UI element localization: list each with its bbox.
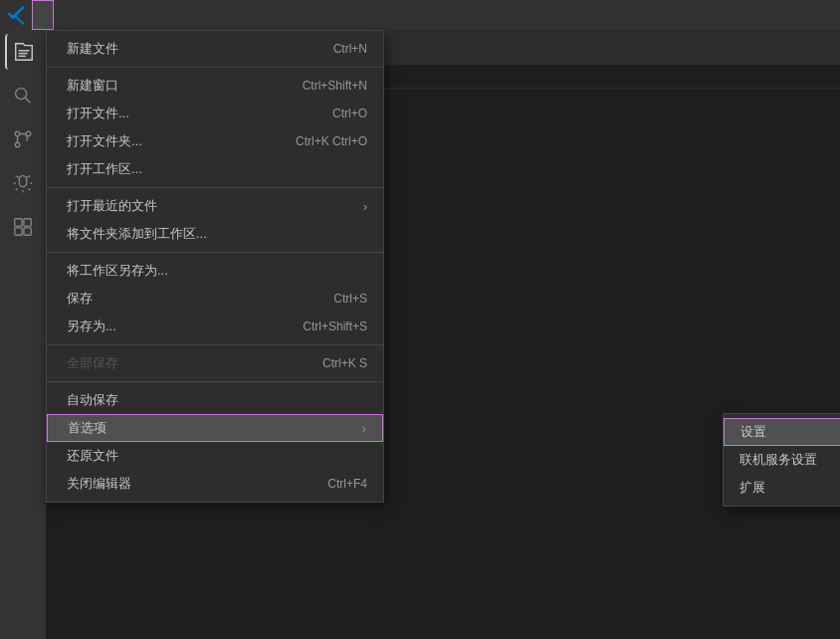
debug-icon[interactable] xyxy=(5,165,41,201)
menu-item-save[interactable]: 保存Ctrl+S xyxy=(47,285,383,313)
menu-item-label: 关闭编辑器 xyxy=(67,475,327,493)
menu-edit[interactable] xyxy=(54,0,74,30)
menu-item-label: 新建文件 xyxy=(67,40,333,58)
menu-item-open-folder[interactable]: 打开文件夹...Ctrl+K Ctrl+O xyxy=(47,127,383,155)
menu-item-revert[interactable]: 还原文件 xyxy=(47,442,383,470)
menu-item-add-folder[interactable]: 将文件夹添加到工作区... xyxy=(47,220,383,248)
menu-item-open-file[interactable]: 打开文件...Ctrl+O xyxy=(47,100,383,127)
menu-item-open-workspace[interactable]: 打开工作区... xyxy=(47,155,383,183)
svg-rect-0 xyxy=(19,50,30,51)
menu-item-label: 将文件夹添加到工作区... xyxy=(67,225,367,243)
menu-terminal[interactable] xyxy=(153,0,173,30)
menu-select[interactable] xyxy=(74,0,94,30)
search-icon[interactable] xyxy=(5,78,41,113)
title-bar xyxy=(0,0,840,30)
menu-item-auto-save[interactable]: 自动保存 xyxy=(47,386,383,414)
menu-item-shortcut: Ctrl+O xyxy=(332,106,367,120)
menu-item-shortcut: Ctrl+Shift+S xyxy=(303,320,367,333)
menu-item-label: 打开文件... xyxy=(67,105,332,122)
menu-item-label: 新建窗口 xyxy=(67,77,303,95)
menu-help[interactable] xyxy=(173,0,193,30)
svg-rect-11 xyxy=(24,228,31,235)
menu-item-shortcut: Ctrl+F4 xyxy=(327,477,367,491)
menu-item-save-all: 全部保存Ctrl+K S xyxy=(47,349,383,377)
vscode-icon xyxy=(4,0,32,30)
menu-item-save-as[interactable]: 另存为...Ctrl+Shift+S xyxy=(47,313,383,340)
menu-separator xyxy=(47,67,383,68)
submenu-item-online-services[interactable]: 联机服务设置 xyxy=(724,446,840,474)
source-control-icon[interactable] xyxy=(5,121,41,157)
menu-item-new-window[interactable]: 新建窗口Ctrl+Shift+N xyxy=(47,72,383,100)
menu-item-label: 首选项 xyxy=(68,419,354,437)
menu-item-save-workspace[interactable]: 将工作区另存为... xyxy=(47,257,383,285)
svg-line-4 xyxy=(25,98,30,103)
file-menu[interactable]: 新建文件Ctrl+N新建窗口Ctrl+Shift+N打开文件...Ctrl+O打… xyxy=(46,30,384,503)
menu-view[interactable] xyxy=(94,0,113,30)
menu-item-label: 打开工作区... xyxy=(67,160,367,178)
menu-item-shortcut: Ctrl+S xyxy=(333,292,367,306)
menu-item-preferences[interactable]: 首选项› xyxy=(47,414,383,442)
svg-rect-1 xyxy=(19,53,28,54)
menu-item-shortcut: Ctrl+N xyxy=(333,42,367,56)
svg-rect-8 xyxy=(15,219,22,226)
menu-item-label: 保存 xyxy=(67,290,333,308)
menu-item-label: 打开文件夹... xyxy=(67,132,296,150)
submenu-item-label: 设置 xyxy=(740,423,840,441)
submenu-item-settings[interactable]: 设置Ctrl+, xyxy=(724,418,840,446)
menu-item-open-recent[interactable]: 打开最近的文件› xyxy=(47,192,383,220)
menu-separator xyxy=(47,187,383,188)
menu-separator xyxy=(47,252,383,253)
extensions-icon[interactable] xyxy=(5,209,41,245)
menu-item-label: 另存为... xyxy=(67,318,303,335)
menu-item-close-editor[interactable]: 关闭编辑器Ctrl+F4 xyxy=(47,470,383,498)
menu-item-shortcut: Ctrl+K Ctrl+O xyxy=(296,134,367,148)
svg-point-7 xyxy=(15,142,20,147)
svg-rect-2 xyxy=(19,56,26,57)
menu-item-label: 还原文件 xyxy=(67,447,367,465)
menu-item-label: 打开最近的文件 xyxy=(67,197,355,215)
menu-item-label: 全部保存 xyxy=(67,354,322,372)
menu-item-shortcut: Ctrl+Shift+N xyxy=(303,79,367,93)
menu-separator xyxy=(47,344,383,345)
submenu-arrow-icon: › xyxy=(363,199,367,214)
files-icon[interactable] xyxy=(5,34,41,70)
menu-separator xyxy=(47,381,383,382)
menu-item-new-file[interactable]: 新建文件Ctrl+N xyxy=(47,35,383,63)
svg-point-3 xyxy=(16,89,27,100)
svg-rect-9 xyxy=(24,219,31,226)
submenu-arrow-icon: › xyxy=(362,421,366,436)
preferences-submenu[interactable]: 设置Ctrl+,联机服务设置扩展Ctrl+Shift+X xyxy=(723,413,840,507)
submenu-item-label: 扩展 xyxy=(739,479,840,497)
menu-run[interactable] xyxy=(133,0,153,30)
menu-goto[interactable] xyxy=(113,0,133,30)
svg-rect-10 xyxy=(15,228,22,235)
menu-item-label: 将工作区另存为... xyxy=(67,262,367,280)
menu-item-shortcut: Ctrl+K S xyxy=(322,356,367,370)
submenu-item-extensions[interactable]: 扩展Ctrl+Shift+X xyxy=(724,474,840,502)
menu-file[interactable] xyxy=(32,0,54,30)
submenu-item-label: 联机服务设置 xyxy=(739,451,840,469)
svg-point-5 xyxy=(15,131,20,136)
menu-item-label: 自动保存 xyxy=(67,391,367,409)
activity-bar xyxy=(0,30,46,639)
